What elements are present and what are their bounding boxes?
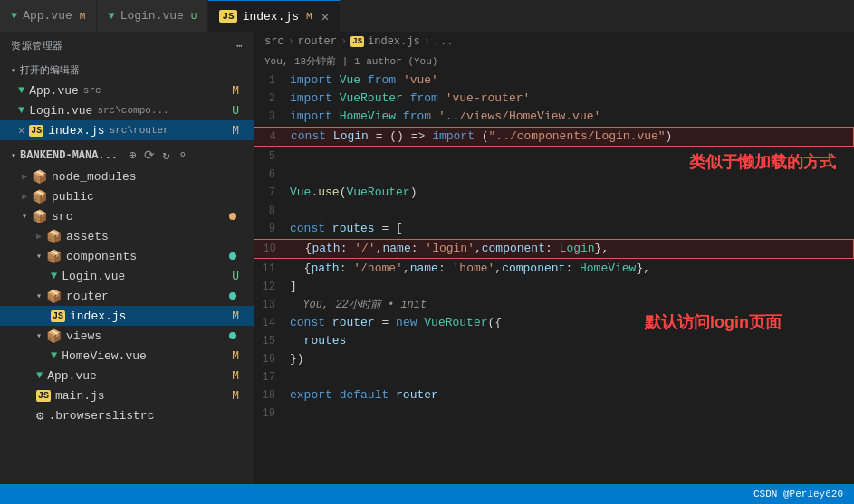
breadcrumb-more: ...: [434, 35, 454, 48]
vue-icon: ▼: [108, 10, 114, 23]
folder-icon: 📦: [32, 169, 47, 185]
code-line-19: 19: [254, 404, 854, 423]
code-line-17: 17: [254, 368, 854, 386]
sep: ›: [424, 35, 430, 48]
vue-icon: ▼: [18, 84, 24, 97]
file-homeview-vue[interactable]: ▼ HomeView.vue M: [0, 346, 254, 366]
folder-name: views: [66, 329, 101, 343]
line-content: const Login = () => import ("../componen…: [291, 128, 853, 146]
folder-router[interactable]: ▾ 📦 router: [0, 286, 254, 306]
code-line-7: 7 Vue.use(VueRouter): [254, 184, 854, 202]
file-browserslistrc[interactable]: ⚙ .browserslistrc: [0, 405, 254, 425]
vue-icon: ▼: [36, 369, 43, 382]
project-section[interactable]: ▾ BANKEND-MANA... ⊕ ⟳ ↻ ⚬: [0, 144, 254, 166]
folder-name: public: [52, 190, 94, 204]
open-file-index-js[interactable]: ✕ JS index.js src\router M: [0, 120, 254, 140]
folder-node-modules[interactable]: ▶ 📦 node_modules: [0, 166, 254, 186]
line-number: 13: [254, 296, 290, 314]
code-lines: 1 import Vue from 'vue' 2 import VueRout…: [254, 71, 854, 423]
vue-icon: ▼: [11, 10, 17, 23]
main-area: 资源管理器 ⋯ ▾ 打开的编辑器 ▼ App.vue src M: [0, 32, 854, 484]
code-container[interactable]: 类似于懒加载的方式 默认访问login页面 1 import Vue from …: [254, 71, 854, 484]
badge-m: M: [232, 389, 246, 403]
close-icon[interactable]: ✕: [321, 9, 329, 24]
folder-components[interactable]: ▾ 📦 components: [0, 246, 254, 266]
arrow-down-icon: ▾: [36, 290, 42, 301]
open-editors-section[interactable]: ▾ 打开的编辑器: [0, 60, 254, 81]
line-number: 3: [254, 108, 290, 126]
line-content: const router = new VueRouter({: [290, 314, 854, 332]
sidebar-content: ▾ 打开的编辑器 ▼ App.vue src M ▼ Login.vue src…: [0, 60, 254, 484]
dot-green: [229, 250, 246, 263]
folder-name: router: [66, 290, 109, 303]
breadcrumb: src › router › JS index.js › ...: [254, 32, 854, 52]
file-index-js[interactable]: JS index.js M: [0, 306, 254, 326]
file-path: src\router: [110, 125, 169, 136]
badge-m: M: [232, 309, 246, 323]
line-number: 4: [254, 128, 291, 146]
folder-public[interactable]: ▶ 📦 public: [0, 186, 254, 206]
code-line-8: 8: [254, 202, 854, 220]
line-number: 7: [254, 184, 290, 202]
folder-src[interactable]: ▾ 📦 src: [0, 206, 254, 226]
dot-green: [229, 290, 246, 303]
line-content: [290, 147, 854, 166]
tab-bar: ▼ App.vue M ▼ Login.vue U JS index.js M …: [0, 0, 854, 32]
project-name: BANKEND-MANA...: [20, 149, 118, 162]
badge-m: M: [232, 124, 246, 138]
js-icon: JS: [219, 10, 236, 23]
bottom-bar: CSDN @Perley620: [0, 484, 854, 504]
breadcrumb-src: src: [264, 35, 284, 48]
code-line-6: 6: [254, 166, 854, 184]
line-number: 2: [254, 90, 290, 108]
badge-m: M: [232, 84, 246, 98]
folder-icon: 📦: [46, 229, 62, 244]
line-number: 5: [254, 147, 290, 166]
tab-label: Login.vue: [120, 9, 184, 23]
new-file-icon[interactable]: ⋯: [236, 40, 243, 52]
folder-icon: 📦: [46, 249, 62, 264]
code-line-4: 4 const Login = () => import ("../compon…: [254, 127, 854, 147]
breadcrumb-file: index.js: [368, 35, 420, 48]
line-content: import HomeView from '../views/HomeView.…: [290, 108, 854, 126]
bottom-bar-text: CSDN @Perley620: [753, 489, 843, 499]
sidebar: 资源管理器 ⋯ ▾ 打开的编辑器 ▼ App.vue src M: [0, 32, 254, 484]
folder-icon: 📦: [46, 289, 62, 304]
tab-app-vue[interactable]: ▼ App.vue M: [0, 0, 97, 32]
folder-name: node_modules: [52, 170, 137, 184]
line-content: [290, 202, 854, 220]
file-name: Login.vue: [62, 270, 125, 283]
code-line-18: 18 export default router: [254, 386, 854, 404]
js-icon: JS: [36, 390, 51, 402]
code-line-3: 3 import HomeView from '../views/HomeVie…: [254, 108, 854, 126]
sidebar-title-label: 资源管理器: [11, 39, 63, 52]
folder-name: assets: [66, 230, 109, 243]
folder-assets[interactable]: ▶ 📦 assets: [0, 226, 254, 246]
line-content: You, 22小时前 • init: [290, 296, 854, 314]
line-content: {path: '/home',name: 'home',component: H…: [290, 260, 854, 278]
file-login-vue[interactable]: ▼ Login.vue U: [0, 266, 254, 286]
open-file-login-vue[interactable]: ▼ Login.vue src\compo... U: [0, 100, 254, 120]
git-info: You, 18分钟前 | 1 author (You): [254, 52, 854, 71]
vue-icon: ▼: [51, 349, 57, 362]
line-content: ]: [290, 278, 854, 296]
line-number: 6: [254, 166, 290, 184]
vue-icon: ▼: [18, 104, 24, 117]
file-name: App.vue: [29, 84, 79, 98]
close-icon[interactable]: ✕: [18, 124, 24, 138]
js-icon: JS: [350, 36, 364, 47]
tab-label: index.js: [243, 10, 299, 24]
tab-index-js[interactable]: JS index.js M ✕: [208, 0, 341, 32]
file-main-js[interactable]: JS main.js M: [0, 385, 254, 405]
arrow-right-icon: ▶: [22, 171, 27, 182]
open-file-app-vue[interactable]: ▼ App.vue src M: [0, 81, 254, 100]
tab-login-vue[interactable]: ▼ Login.vue U: [97, 0, 208, 32]
line-number: 16: [254, 350, 290, 368]
folder-name: components: [66, 250, 137, 263]
folder-icon: 📦: [46, 328, 62, 344]
file-name: index.js: [48, 124, 104, 138]
folder-views[interactable]: ▾ 📦 views: [0, 326, 254, 346]
file-app-vue[interactable]: ▼ App.vue M: [0, 366, 254, 385]
project-icons: ⊕ ⟳ ↻ ⚬: [129, 147, 188, 163]
arrow-down-icon: ▾: [36, 330, 42, 341]
